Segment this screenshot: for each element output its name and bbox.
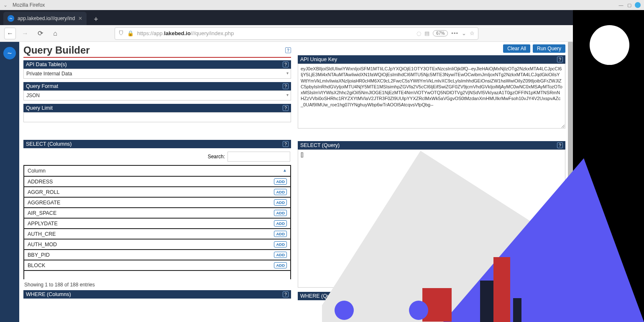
run-query-button[interactable]: Run Query xyxy=(533,44,565,53)
menu-icon[interactable]: ☰ xyxy=(632,30,640,37)
column-name: AGGREGATE xyxy=(28,200,60,206)
os-titlebar: ⌄ Mozilla Firefox — ▢ xyxy=(0,0,644,10)
column-name: APPLYDATE xyxy=(28,221,58,227)
tab-favicon-icon: ~ xyxy=(8,15,14,22)
help-icon[interactable]: ? xyxy=(285,47,291,53)
star-icon[interactable]: ☆ xyxy=(470,30,475,36)
column-name: BLOCK xyxy=(28,263,45,268)
column-name: AGGR_ROLL xyxy=(28,189,59,195)
panel-where-query: WHERE (Quer xyxy=(298,292,565,300)
maximize-window-icon[interactable]: ▢ xyxy=(626,2,632,8)
home-button[interactable]: ⌂ xyxy=(49,28,61,39)
add-column-button[interactable]: ADD xyxy=(274,252,287,258)
add-column-button[interactable]: ADD xyxy=(274,220,287,227)
search-input[interactable] xyxy=(227,152,290,162)
lightbulb-icon[interactable]: ◌ xyxy=(417,30,421,36)
panel-api-unique-key: API Unique Key ? xyxy=(298,55,565,64)
panel-where-columns: WHERE (Columns) ? xyxy=(23,290,291,299)
sort-icon: ▲ xyxy=(283,168,287,174)
select-query-output: [] xyxy=(298,149,565,288)
app-logo-icon[interactable]: ~ xyxy=(3,47,16,59)
columns-list[interactable]: ADDRESSADDAGGR_ROLLADDAGGREGATEADDAIR_SP… xyxy=(24,177,290,279)
minimize-window-icon[interactable]: — xyxy=(618,2,624,8)
url-input[interactable]: ⛉ 🔒 https://app.lakebed.io///query/index… xyxy=(115,27,478,40)
browser-tabbar: ~ app.lakebed.io///query/ind ✕ + xyxy=(0,10,644,25)
panel-select-columns: SELECT (Columns) ? xyxy=(23,140,291,148)
query-limit-input[interactable] xyxy=(23,112,291,122)
pocket-icon[interactable]: ⌄ xyxy=(462,30,466,36)
help-icon[interactable]: ? xyxy=(557,57,563,62)
columns-table: Column ▲ ADDRESSADDAGGR_ROLLADDAGGREGATE… xyxy=(23,165,291,279)
clear-all-button[interactable]: Clear All xyxy=(503,44,530,53)
new-tab-button[interactable]: + xyxy=(89,13,102,25)
app-left-rail: ~ xyxy=(0,42,19,322)
page-viewport: ~ Query Builder ? API Data Table(s) ? ▾ … xyxy=(0,42,573,322)
table-row: ADDRESSADD xyxy=(24,177,290,187)
panel-select-query: SELECT (Query) ? xyxy=(298,141,565,149)
zoom-badge[interactable]: 67% xyxy=(433,30,448,36)
help-icon[interactable]: ? xyxy=(283,83,289,89)
data-table-select[interactable] xyxy=(23,69,291,79)
table-row: AUTH_MODADD xyxy=(24,240,290,250)
table-row: AUTH_CREADD xyxy=(24,229,290,240)
page-title: Query Builder ? xyxy=(23,44,291,58)
column-name: AUTH_CRE xyxy=(28,231,56,237)
decor-black-panel xyxy=(573,10,644,322)
query-format-select[interactable] xyxy=(23,90,291,100)
panel-query-limit: Query Limit ? xyxy=(23,104,291,112)
column-name: ADDRESS xyxy=(28,179,53,185)
window-title: Mozilla Firefox xyxy=(13,2,45,8)
help-icon[interactable]: ? xyxy=(283,62,289,67)
table-row: AGGR_ROLLADD xyxy=(24,187,290,198)
column-name: AUTH_MOD xyxy=(28,242,57,247)
more-icon[interactable]: ••• xyxy=(451,30,458,36)
browser-tab[interactable]: ~ app.lakebed.io///query/ind ✕ xyxy=(3,12,87,25)
url-text: https://app.lakebed.io///query/index.php xyxy=(137,30,413,36)
add-column-button[interactable]: ADD xyxy=(274,189,287,195)
help-icon[interactable]: ? xyxy=(283,105,289,111)
library-icon[interactable]: |||\ xyxy=(597,30,605,37)
columns-table-header[interactable]: Column ▲ xyxy=(24,166,290,177)
back-button[interactable]: ← xyxy=(4,28,16,39)
chevron-down-icon: ⌄ xyxy=(3,2,8,8)
panel-query-format: Query Format ? xyxy=(23,82,291,90)
add-column-button[interactable]: ADD xyxy=(274,231,287,237)
api-key-textarea[interactable]: eyJ0eXBlIjoiSldUIiwiYWxnIjoiSFM1MTIiLCJp… xyxy=(298,64,565,129)
lock-icon: 🔒 xyxy=(127,30,134,36)
profile-icon[interactable]: ◉ xyxy=(621,30,628,37)
reader-icon[interactable]: ▤ xyxy=(424,30,429,36)
scrollbar-thumb[interactable] xyxy=(568,42,573,222)
tab-title: app.lakebed.io///query/ind xyxy=(18,15,75,21)
column-search-row: Search: xyxy=(23,148,291,165)
help-icon[interactable]: ? xyxy=(283,141,289,147)
search-label: Search: xyxy=(208,154,225,160)
add-column-button[interactable]: ADD xyxy=(274,210,287,216)
columns-footer: Showing 1 to 188 of 188 entries xyxy=(23,279,291,290)
shield-icon: ⛉ xyxy=(118,30,124,36)
add-column-button[interactable]: ADD xyxy=(274,262,287,268)
column-name: AIR_SPACE xyxy=(28,210,56,216)
forward-button[interactable]: → xyxy=(19,28,31,39)
table-row: BLOCKADD xyxy=(24,260,290,271)
close-window-icon[interactable] xyxy=(635,2,641,8)
table-row: APPLYDATEADD xyxy=(24,219,290,229)
page-scrollbar[interactable] xyxy=(568,42,573,318)
panel-api-data-tables: API Data Table(s) ? xyxy=(23,60,291,69)
table-row: BBY_PIDADD xyxy=(24,250,290,260)
reload-button[interactable]: ⟳ xyxy=(34,28,46,39)
add-column-button[interactable]: ADD xyxy=(274,178,287,185)
add-column-button[interactable]: ADD xyxy=(274,199,287,206)
column-name: BBY_PID xyxy=(28,252,50,258)
sidebar-icon[interactable]: ▥ xyxy=(609,30,616,37)
add-column-button[interactable]: ADD xyxy=(274,241,287,247)
tab-close-icon[interactable]: ✕ xyxy=(78,15,82,21)
help-icon[interactable]: ? xyxy=(557,142,563,148)
table-row: AIR_SPACEADD xyxy=(24,208,290,219)
browser-addressbar: ← → ⟳ ⌂ ⛉ 🔒 https://app.lakebed.io///que… xyxy=(0,25,644,42)
help-icon[interactable]: ? xyxy=(283,291,289,297)
table-row: AGGREGATEADD xyxy=(24,198,290,208)
